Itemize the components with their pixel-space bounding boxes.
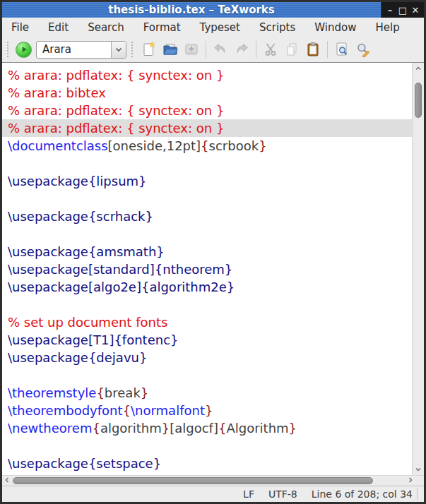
line-ending-indicator: LF	[243, 488, 254, 500]
code-line: \usepackage{lipsum}	[2, 172, 412, 190]
menu-item-scripts[interactable]: Scripts	[259, 21, 295, 34]
menu-item-typeset[interactable]: Typeset	[200, 21, 240, 34]
code-line: % set up document fonts	[2, 313, 412, 331]
toolbar-grip[interactable]	[131, 42, 135, 57]
code-line	[2, 190, 412, 208]
window-title: thesis-biblio.tex – TeXworks	[108, 4, 275, 16]
code-area[interactable]: % arara: pdflatex: { synctex: on }% arar…	[2, 63, 412, 475]
open-folder-icon	[162, 41, 179, 58]
cut-icon	[262, 41, 279, 58]
statusbar: LF UTF-8 Line 6 of 208; col 34	[2, 486, 424, 502]
maximize-button[interactable]: □	[398, 6, 408, 15]
menu-item-window[interactable]: Window	[314, 21, 356, 34]
code-line: \usepackage{scrhack}	[2, 208, 412, 225]
copy-icon	[283, 41, 300, 58]
menubar: FileEditSearchFormatTypesetScriptsWindow…	[2, 18, 424, 37]
editor: % arara: pdflatex: { synctex: on }% arar…	[2, 62, 424, 475]
undo-button[interactable]	[210, 39, 231, 60]
code-line: % arara: pdflatex: { synctex: on }	[2, 102, 412, 119]
code-line	[2, 155, 412, 172]
vertical-scrollbar-thumb[interactable]	[415, 83, 422, 118]
cursor-position-indicator: Line 6 of 208; col 34	[312, 488, 413, 500]
code-line: \usepackage{dejavu}	[2, 349, 412, 366]
texworks-window: thesis-biblio.tex – TeXworks – □ ✕ FileE…	[0, 0, 426, 504]
code-line: \theorembodyfont{\normalfont}	[2, 402, 412, 419]
undo-icon	[212, 41, 229, 58]
chevron-down-icon	[115, 47, 122, 52]
menu-item-file[interactable]: File	[11, 21, 29, 34]
find-replace-icon	[355, 41, 372, 58]
code-line: \usepackage[T1]{fontenc}	[2, 331, 412, 349]
code-line: \usepackage[standard]{ntheorem}	[2, 260, 412, 278]
horizontal-scrollbar-thumb[interactable]	[13, 477, 373, 484]
toolbar-separator	[256, 41, 256, 58]
new-document-icon	[141, 41, 158, 58]
scroll-down-icon[interactable]	[415, 466, 421, 473]
toolbar: Arara	[2, 37, 424, 62]
redo-button[interactable]	[231, 39, 252, 60]
code-line: \documentclass[oneside,12pt]{scrbook}	[2, 137, 412, 155]
horizontal-scrollbar[interactable]	[2, 475, 424, 486]
code-line	[2, 437, 412, 455]
window-controls: – □ ✕	[381, 2, 424, 18]
code-line: \usepackage[algo2e]{algorithm2e}	[2, 278, 412, 296]
typeset-button[interactable]	[16, 42, 32, 58]
cut-button[interactable]	[260, 39, 281, 60]
paste-button[interactable]	[302, 39, 324, 60]
statusbar-grip	[417, 488, 418, 500]
combo-dropdown-button[interactable]	[111, 42, 126, 58]
menu-item-edit[interactable]: Edit	[48, 21, 69, 34]
find-button[interactable]	[331, 39, 353, 60]
redo-icon	[233, 41, 250, 58]
menu-item-help[interactable]: Help	[375, 21, 399, 34]
toolbar-separator	[327, 41, 328, 58]
vertical-scrollbar[interactable]	[412, 63, 424, 475]
menu-item-search[interactable]: Search	[88, 21, 124, 34]
copy-button[interactable]	[281, 39, 302, 60]
code-line: % arara: bibtex	[2, 84, 412, 102]
scroll-right-icon[interactable]	[408, 477, 413, 484]
code-line: \usepackage{setspace}	[2, 455, 412, 472]
toolbar-separator	[206, 41, 206, 58]
close-button[interactable]: ✕	[410, 6, 420, 15]
scroll-left-icon[interactable]	[5, 477, 9, 484]
code-line	[2, 366, 412, 384]
code-line: % arara: pdflatex: { synctex: on }	[2, 119, 412, 137]
titlebar-drag-area[interactable]: thesis-biblio.tex – TeXworks	[2, 2, 381, 18]
titlebar: thesis-biblio.tex – TeXworks – □ ✕	[2, 2, 424, 18]
code-line: \newtheorem{algorithm}[algocf]{Algorithm…	[2, 419, 412, 437]
save-document-button[interactable]	[181, 39, 202, 60]
paste-icon	[304, 41, 321, 58]
menu-item-format[interactable]: Format	[143, 21, 181, 34]
play-icon	[20, 45, 28, 54]
code-line	[2, 225, 412, 243]
typeset-tool-select[interactable]: Arara	[36, 41, 126, 59]
scroll-up-icon[interactable]	[415, 65, 421, 72]
save-icon	[183, 41, 200, 58]
new-document-button[interactable]	[138, 39, 160, 60]
encoding-indicator: UTF-8	[268, 488, 297, 500]
code-line: \usepackage{amsmath}	[2, 243, 412, 260]
typeset-tool-value: Arara	[37, 43, 111, 56]
find-replace-button[interactable]	[353, 39, 374, 60]
find-icon	[333, 41, 350, 58]
code-line: \theoremstyle{break}	[2, 384, 412, 402]
code-line: % arara: pdflatex: { synctex: on }	[2, 66, 412, 84]
open-document-button[interactable]	[160, 39, 181, 60]
code-line	[2, 296, 412, 313]
minimize-button[interactable]: –	[385, 6, 395, 15]
toolbar-grip[interactable]	[7, 42, 11, 57]
